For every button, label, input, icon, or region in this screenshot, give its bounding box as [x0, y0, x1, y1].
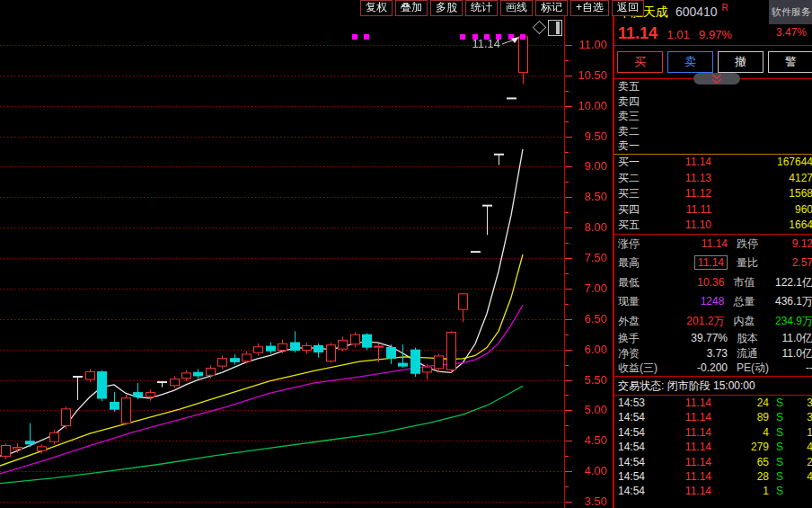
collapse-chevron-icon[interactable] — [693, 73, 740, 85]
stat-row: 最低10.36市值122.1亿 — [614, 273, 812, 292]
bid-row[interactable]: 买四11.11960 — [614, 202, 812, 218]
buy-button[interactable]: 买 — [617, 51, 663, 73]
bid-row[interactable]: 买三11.121568 — [614, 186, 812, 202]
margin-flag: R — [722, 3, 728, 13]
order-button-row: 买卖撤警 — [614, 46, 812, 79]
tick-price: 11.14 — [654, 425, 711, 440]
stat-value: -- — [780, 361, 812, 376]
stat-label: 净资 — [618, 346, 659, 361]
toolbar-button[interactable]: 画线 — [500, 0, 533, 16]
stat-label: 内盘 — [733, 312, 775, 331]
alert-button[interactable]: 警 — [768, 51, 812, 73]
stat-value: 11.14 — [659, 235, 728, 254]
stat-row: 外盘201.2万内盘234.9万 — [614, 312, 812, 331]
toolbar-button[interactable]: +自选 — [570, 0, 609, 16]
stat-label: 总量 — [733, 292, 775, 311]
stat-row: 换手39.77%股本11.0亿 — [614, 331, 812, 346]
trading-status: 交易状态: 闭市阶段 15:00:00 — [614, 377, 812, 395]
stat-label: 最低 — [618, 273, 658, 292]
quote-panel: 华胜天成 600410 R 11.14 1.01 9.97% 软件服务 3.47… — [613, 0, 812, 508]
bid-label: 买一 — [618, 155, 649, 171]
page-icon[interactable] — [548, 20, 562, 36]
tick-side: S — [769, 425, 790, 440]
tick-row: 14:5411.1489S3 — [614, 410, 812, 424]
toolbar-button[interactable]: 多股 — [430, 0, 463, 16]
bid-volume: 1664 — [711, 218, 812, 234]
stats-grid-2: 换手39.77%股本11.0亿净资3.73流通11.0亿收益(三)-0.200P… — [614, 331, 812, 376]
bid-price: 11.13 — [649, 171, 711, 187]
stat-label: 跌停 — [737, 235, 780, 254]
toolbar-button[interactable]: 返回 — [612, 0, 644, 16]
bid-row[interactable]: 买一11.14167644 — [614, 155, 812, 171]
stat-value: 11.0亿 — [780, 346, 812, 361]
sell-button[interactable]: 卖 — [667, 51, 713, 73]
tick-price: 11.14 — [654, 396, 711, 410]
tick-volume: 1 — [711, 484, 769, 498]
page-icon-bar — [556, 22, 560, 34]
tick-row: 14:5411.141S — [614, 484, 812, 498]
toolbar-button[interactable]: 复权 — [360, 0, 393, 16]
stat-label: 最高 — [618, 254, 659, 272]
sector-badge[interactable]: 软件服务 — [769, 0, 812, 24]
kline-chart[interactable] — [0, 0, 613, 508]
tick-side: S — [769, 410, 790, 424]
bid-price: 11.12 — [649, 186, 711, 202]
stat-row: 净资3.73流通11.0亿 — [614, 346, 812, 361]
stat-row: 最高11.14量比2.57 — [614, 254, 812, 272]
stat-value: 201.2万 — [658, 312, 725, 331]
stat-label: 外盘 — [618, 312, 658, 331]
tick-count: 1 — [790, 425, 812, 440]
ask-row[interactable]: 卖二 — [614, 124, 812, 139]
stat-value: 122.1亿 — [775, 273, 812, 292]
stat-value: 39.77% — [659, 331, 728, 346]
time-and-sales: 14:5311.1424S314:5411.1489S314:5411.144S… — [614, 396, 812, 498]
tick-volume: 65 — [711, 455, 769, 469]
bid-levels: 买一11.14167644买二11.134127买三11.121568买四11.… — [614, 155, 812, 234]
bid-volume: 167644 — [711, 155, 812, 171]
toolbar-button[interactable]: 标记 — [535, 0, 568, 16]
toolbar-button[interactable]: 统计 — [465, 0, 498, 16]
bid-label: 买三 — [618, 186, 649, 202]
price-change-pct: 9.97% — [699, 28, 732, 41]
stats-grid: 涨停11.14跌停9.12最高11.14量比2.57最低10.36市值122.1… — [614, 235, 812, 331]
tick-volume: 4 — [711, 425, 769, 440]
stat-row: 涨停11.14跌停9.12 — [614, 235, 812, 254]
tick-count: 3 — [790, 410, 812, 424]
stat-value: 11.14 — [659, 254, 728, 272]
cancel-button[interactable]: 撤 — [718, 51, 763, 73]
stat-label: 流通 — [737, 346, 780, 361]
toolbar-button[interactable]: 叠加 — [395, 0, 428, 16]
ask-label: 卖三 — [618, 110, 640, 122]
highlighted-value: 11.14 — [694, 255, 728, 270]
tick-time: 14:54 — [618, 440, 654, 454]
ask-label: 卖四 — [618, 95, 640, 108]
bid-row[interactable]: 买二11.134127 — [614, 171, 812, 187]
tick-row: 14:5411.1428S4 — [614, 469, 812, 484]
sector-change: 3.47% — [769, 26, 812, 39]
tick-side: S — [769, 396, 790, 410]
ask-row[interactable]: 卖一 — [614, 138, 812, 154]
tick-side: S — [769, 484, 790, 498]
tick-count: 4 — [790, 469, 812, 484]
tick-row: 14:5411.144S1 — [614, 425, 812, 440]
tick-price: 11.14 — [654, 455, 711, 469]
bid-price: 11.14 — [649, 155, 711, 171]
price-change: 1.01 — [666, 28, 689, 41]
tick-side: S — [769, 455, 790, 469]
stat-label: 收益(三) — [618, 361, 659, 376]
stat-value: 9.12 — [780, 235, 812, 254]
stat-value: 1248 — [658, 292, 725, 311]
ask-row[interactable]: 卖四 — [614, 94, 812, 110]
tick-time: 14:54 — [618, 425, 654, 440]
tick-price: 11.14 — [654, 440, 711, 454]
tick-count — [790, 484, 812, 498]
bid-row[interactable]: 买五11.101664 — [614, 218, 812, 234]
tick-volume: 279 — [711, 440, 769, 454]
tick-volume: 28 — [711, 469, 769, 484]
stat-label: 市值 — [733, 273, 775, 292]
tick-count: 4 — [790, 440, 812, 454]
stat-value: 436.1万 — [775, 292, 812, 311]
ask-row[interactable]: 卖三 — [614, 109, 812, 124]
stat-value: 3.73 — [659, 346, 728, 361]
tick-time: 14:54 — [618, 455, 654, 469]
